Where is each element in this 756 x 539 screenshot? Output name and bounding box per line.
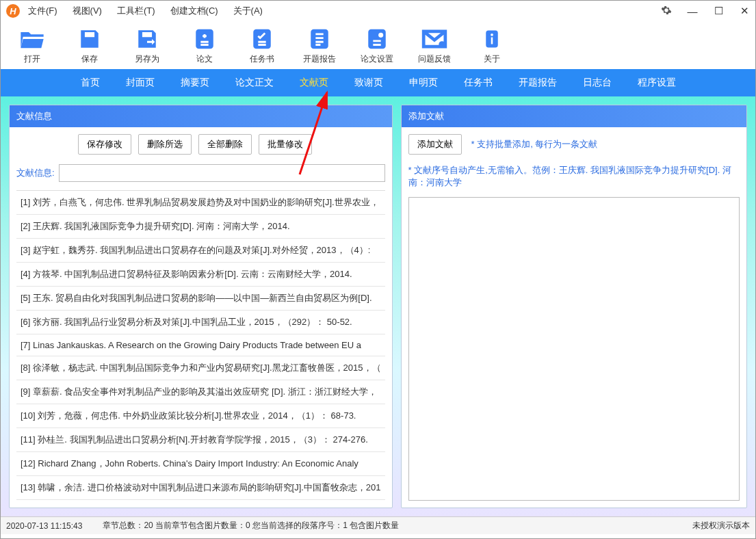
ref-item[interactable]: [8] 徐泽敏，杨志武. 中国乳制品国际竞争力和产业内贸易研究[J].黑龙江畜牧… xyxy=(16,356,385,380)
tab-abstract[interactable]: 摘要页 xyxy=(181,77,209,89)
menu-file[interactable]: 文件(F) xyxy=(28,5,57,17)
status-info: 章节总数：20 当前章节包含图片数量：0 您当前选择的段落序号：1 包含图片数量 xyxy=(103,520,399,531)
doc-gear-icon xyxy=(363,27,391,51)
tab-log[interactable]: 日志台 xyxy=(583,77,612,89)
delete-selected-button[interactable]: 删除所选 xyxy=(138,134,192,155)
tab-thanks[interactable]: 致谢页 xyxy=(354,77,383,89)
status-license: 未授权演示版本 xyxy=(692,520,750,531)
panel-header-left: 文献信息 xyxy=(10,105,392,127)
ref-list[interactable]: [1] 刘芳，白燕飞，何忠伟. 世界乳制品贸易发展趋势及对中国奶业的影响研究[J… xyxy=(16,190,385,501)
maximize-button[interactable]: ☐ xyxy=(713,5,724,17)
ref-item[interactable]: [13] 韩啸，余洁. 进口价格波动对中国乳制品进口来源布局的影响研究[J].中… xyxy=(16,476,385,500)
ref-info-input[interactable] xyxy=(59,164,385,182)
folder-open-icon xyxy=(18,27,46,51)
tab-report[interactable]: 开题报告 xyxy=(519,77,557,89)
gear-icon[interactable] xyxy=(661,5,672,18)
add-ref-textarea[interactable] xyxy=(408,197,740,501)
ref-item[interactable]: [14] 魏艳骄，朱晶. 进口来源国、技术含量与技术进步——基于中国乳制品进口贸… xyxy=(16,500,385,501)
tool-about[interactable]: 关于 xyxy=(473,27,511,65)
ref-item[interactable]: [2] 王庆辉. 我国乳液国际竞争力提升研究[D]. 河南：河南大学，2014. xyxy=(16,215,385,239)
ref-item[interactable]: [12] Richard Zhang，John Roberts. China's… xyxy=(16,452,385,476)
ref-item[interactable]: [7] Linas Jankauskas. A Research on the … xyxy=(16,334,385,356)
ref-item[interactable]: [5] 王东. 贸易自由化对我国乳制品进口贸易的影响——以中国—新西兰自由贸易区… xyxy=(16,287,385,311)
tool-saveas[interactable]: 另存为 xyxy=(128,27,166,65)
doc-lines-icon xyxy=(306,27,333,51)
svg-rect-9 xyxy=(491,38,493,44)
ref-item[interactable]: [1] 刘芳，白燕飞，何忠伟. 世界乳制品贸易发展趋势及对中国奶业的影响研究[J… xyxy=(16,191,385,215)
batch-edit-button[interactable]: 批量修改 xyxy=(259,134,312,155)
app-logo: H xyxy=(6,4,20,18)
add-ref-hint2: * 文献序号自动产生,无需输入。范例：王庆辉. 我国乳液国际竞争力提升研究[D]… xyxy=(408,164,740,189)
menu-create[interactable]: 创建文档(C) xyxy=(170,5,218,17)
ref-item[interactable]: [9] 章薪薪. 食品安全事件对乳制品产业的影响及其溢出效应研究 [D]. 浙江… xyxy=(16,380,385,404)
tool-save[interactable]: 保存 xyxy=(70,27,109,65)
doc-check-icon xyxy=(248,27,276,51)
ref-info-label: 文献信息: xyxy=(16,167,55,179)
svg-rect-0 xyxy=(90,34,92,36)
tab-body[interactable]: 论文正文 xyxy=(235,77,274,89)
tab-declare[interactable]: 申明页 xyxy=(409,77,438,89)
tool-open[interactable]: 打开 xyxy=(13,27,51,65)
tab-cover[interactable]: 封面页 xyxy=(126,77,155,89)
delete-all-button[interactable]: 全部删除 xyxy=(198,134,252,155)
panel-ref-info: 文献信息 保存修改 删除所选 全部删除 批量修改 文献信息: [1] 刘芳，白燕… xyxy=(9,105,393,508)
ref-item[interactable]: [6] 张方丽. 我国乳品行业贸易分析及对策[J].中国乳品工业，2015，（2… xyxy=(16,311,385,334)
minimize-button[interactable]: — xyxy=(687,5,698,17)
svg-point-6 xyxy=(439,41,445,48)
close-button[interactable]: ✕ xyxy=(739,5,750,17)
save-edit-button[interactable]: 保存修改 xyxy=(78,134,131,155)
envelope-icon xyxy=(421,27,448,51)
panel-header-right: 添加文献 xyxy=(402,105,746,127)
doc-plus-icon xyxy=(191,27,218,51)
ref-item[interactable]: [10] 刘芳，危薇，何忠伟. 中外奶业政策比较分析[J].世界农业，2014，… xyxy=(16,404,385,428)
tool-settings[interactable]: 论文设置 xyxy=(358,27,396,65)
tool-task[interactable]: 任务书 xyxy=(243,27,281,65)
menu-about[interactable]: 关于(A) xyxy=(233,5,263,17)
info-icon xyxy=(478,27,506,51)
add-ref-hint: * 支持批量添加, 每行为一条文献 xyxy=(471,138,598,150)
add-ref-button[interactable]: 添加文献 xyxy=(408,134,462,155)
ref-item[interactable]: [11] 孙桂兰. 我国乳制品进出口贸易分析[N].开封教育学院学报，2015，… xyxy=(16,428,385,452)
tab-ref[interactable]: 文献页 xyxy=(300,77,328,89)
tool-report[interactable]: 开题报告 xyxy=(300,27,339,65)
tool-paper[interactable]: 论文 xyxy=(185,27,224,65)
ref-item[interactable]: [3] 赵宇虹，魏秀芬. 我国乳制品进出口贸易存在的问题及对策[J].对外经贸，… xyxy=(16,239,385,263)
ref-item[interactable]: [4] 方筱琴. 中国乳制品进口贸易特征及影响因素分析[D]. 云南：云南财经大… xyxy=(16,263,385,287)
tab-task[interactable]: 任务书 xyxy=(464,77,493,89)
tool-feedback[interactable]: 问题反馈 xyxy=(415,27,454,65)
save-icon xyxy=(76,27,103,51)
tab-program[interactable]: 程序设置 xyxy=(638,77,676,89)
panel-add-ref: 添加文献 添加文献 * 支持批量添加, 每行为一条文献 * 文献序号自动产生,无… xyxy=(401,105,747,508)
svg-point-8 xyxy=(491,34,493,36)
svg-point-5 xyxy=(378,33,383,38)
status-time: 2020-07-13 11:15:43 xyxy=(6,521,82,531)
menu-toolbar[interactable]: 工具栏(T) xyxy=(117,5,155,17)
tab-home[interactable]: 首页 xyxy=(81,77,100,89)
menu-view[interactable]: 视图(V) xyxy=(73,5,102,17)
saveas-icon xyxy=(133,27,161,51)
